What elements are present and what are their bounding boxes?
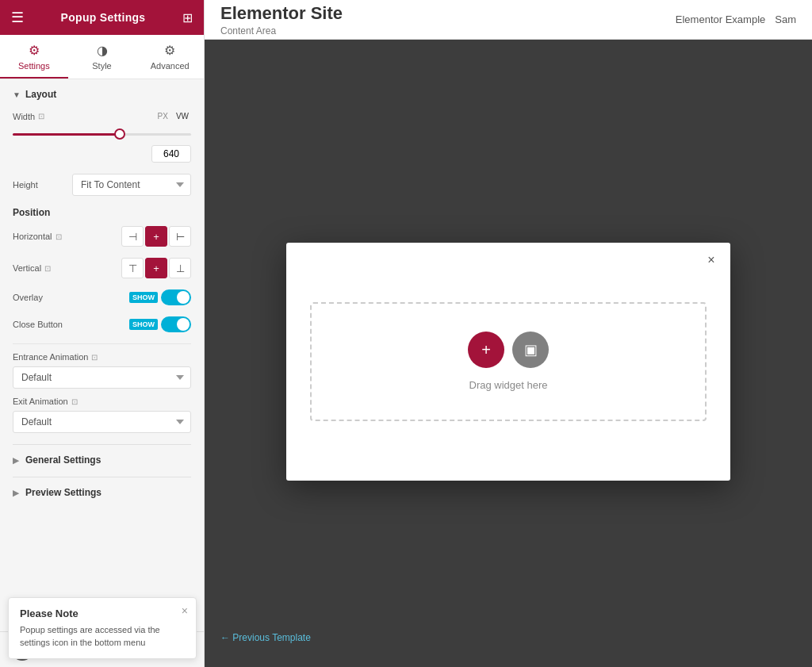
- horizontal-center-btn[interactable]: +: [145, 226, 167, 247]
- vertical-position-group: ⊤ + ⊥: [121, 258, 191, 278]
- height-select[interactable]: Fit To Content Fixed Min Height: [72, 174, 191, 196]
- general-settings-arrow-icon: ▶: [13, 456, 19, 465]
- close-button-toggle-wrap: SHOW: [129, 316, 191, 332]
- tooltip-close-button[interactable]: ×: [182, 604, 188, 617]
- unit-px-btn[interactable]: PX: [155, 111, 170, 121]
- drag-text: Drag widget here: [469, 379, 548, 391]
- settings-tab-icon: ⚙: [29, 43, 40, 58]
- sidebar-header: ☰ Popup Settings ⊞: [0, 0, 204, 35]
- close-button-toggle-knob: [177, 318, 190, 331]
- exit-animation-section: Exit Animation ⊡ Default Fade Slide Zoom: [13, 397, 191, 433]
- main-area: Elementor Site Content Area Elementor Ex…: [205, 0, 812, 667]
- general-settings-header[interactable]: ▶ General Settings: [13, 454, 191, 469]
- preview-settings-section: ▶ Preview Settings: [13, 477, 191, 501]
- position-heading: Position Horizontal ⊡ ⊣ + ⊢ Vertical ⊡: [13, 207, 191, 278]
- sidebar: ☰ Popup Settings ⊞ ⚙ Settings ◑ Style ⚙ …: [0, 0, 205, 667]
- close-button-show-label: SHOW: [129, 319, 158, 330]
- position-label: Position: [13, 207, 191, 218]
- overlay-row: Overlay SHOW: [13, 289, 191, 305]
- overlay-toggle-knob: [177, 291, 190, 304]
- sidebar-content: ▼ Layout Width ⊡ PX VW: [0, 79, 204, 631]
- vertical-label: Vertical ⊡: [13, 263, 51, 273]
- style-tab-icon: ◑: [97, 43, 108, 58]
- overlay-toggle[interactable]: [161, 289, 191, 305]
- popup-close-button[interactable]: ×: [702, 251, 721, 270]
- overlay-toggle-wrap: SHOW: [129, 289, 191, 305]
- horizontal-right-btn[interactable]: ⊢: [169, 226, 191, 247]
- canvas-area: × + ▣ Drag widget here ← Previous Templa…: [205, 40, 812, 667]
- entrance-animation-select[interactable]: Default Fade Slide Zoom: [13, 366, 191, 389]
- horizontal-row: Horizontal ⊡ ⊣ + ⊢: [13, 226, 191, 247]
- exit-animation-select[interactable]: Default Fade Slide Zoom: [13, 411, 191, 433]
- layout-section-heading[interactable]: ▼ Layout: [13, 89, 191, 100]
- style-tab-label: Style: [92, 61, 111, 71]
- layout-chevron-icon: ▼: [13, 90, 21, 99]
- tooltip-note-title: Please Note: [20, 608, 185, 619]
- topbar-link-2[interactable]: Sam: [775, 13, 796, 25]
- horizontal-label: Horizontal ⊡: [13, 232, 62, 241]
- topbar-right: Elementor Example Sam: [676, 13, 796, 25]
- slider-fill: [13, 133, 120, 136]
- vertical-top-btn[interactable]: ⊤: [121, 258, 144, 278]
- popup-content-area: + ▣ Drag widget here: [286, 243, 730, 481]
- close-button-toggle[interactable]: [161, 316, 191, 332]
- horizontal-info-icon: ⊡: [56, 232, 62, 241]
- entrance-animation-section: Entrance Animation ⊡ Default Fade Slide …: [13, 352, 191, 389]
- width-section: Width ⊡ PX VW: [13, 111, 191, 163]
- tab-style[interactable]: ◑ Style: [68, 35, 136, 79]
- preview-settings-header[interactable]: ▶ Preview Settings: [13, 487, 191, 501]
- horizontal-left-btn[interactable]: ⊣: [121, 226, 144, 247]
- hamburger-icon[interactable]: ☰: [11, 9, 24, 26]
- popup-preview: × + ▣ Drag widget here: [286, 243, 730, 481]
- exit-animation-info-icon: ⊡: [71, 397, 78, 406]
- vertical-info-icon: ⊡: [44, 264, 51, 273]
- tooltip-note-text: Popup settings are accessed via the sett…: [20, 624, 185, 649]
- width-input[interactable]: [151, 145, 191, 163]
- grid-icon[interactable]: ⊞: [182, 10, 193, 25]
- add-widget-button[interactable]: +: [468, 332, 504, 368]
- unit-vw-btn[interactable]: VW: [174, 111, 191, 121]
- vertical-middle-btn[interactable]: +: [145, 258, 167, 278]
- advanced-tab-icon: ⚙: [164, 43, 175, 58]
- topbar-left-inner: Elementor Site Content Area: [220, 3, 343, 36]
- overlay-show-label: SHOW: [129, 292, 158, 303]
- vertical-bottom-btn[interactable]: ⊥: [169, 258, 191, 278]
- unit-switcher: PX VW: [155, 111, 191, 121]
- slider-thumb[interactable]: [114, 128, 125, 140]
- preview-settings-label: Preview Settings: [25, 487, 102, 498]
- exit-animation-label: Exit Animation ⊡: [13, 397, 191, 406]
- general-settings-label: General Settings: [25, 454, 101, 466]
- drag-zone: + ▣ Drag widget here: [310, 302, 707, 421]
- prev-template-link[interactable]: ← Previous Template: [205, 632, 311, 643]
- height-label: Height: [13, 180, 38, 190]
- overlay-label: Overlay: [13, 293, 43, 302]
- tab-advanced[interactable]: ⚙ Advanced: [136, 35, 204, 79]
- add-template-button[interactable]: ▣: [512, 332, 549, 368]
- layout-label: Layout: [25, 89, 56, 100]
- width-info-icon: ⊡: [38, 112, 44, 121]
- close-button-label: Close Button: [13, 320, 63, 329]
- entrance-animation-info-icon: ⊡: [91, 353, 98, 362]
- close-button-row: Close Button SHOW: [13, 316, 191, 332]
- drag-buttons: + ▣: [468, 332, 549, 368]
- divider-1: [13, 343, 191, 344]
- horizontal-position-group: ⊣ + ⊢: [121, 226, 191, 247]
- width-slider[interactable]: [13, 126, 191, 142]
- topbar-link-1[interactable]: Elementor Example: [676, 13, 765, 25]
- slider-track: [13, 133, 191, 136]
- widget-icon: ▣: [524, 341, 538, 358]
- content-area-label: Content Area: [220, 25, 343, 36]
- topbar: Elementor Site Content Area Elementor Ex…: [205, 0, 812, 40]
- tab-settings[interactable]: ⚙ Settings: [0, 35, 68, 79]
- preview-settings-arrow-icon: ▶: [13, 489, 19, 497]
- width-label: Width ⊡: [13, 112, 44, 121]
- advanced-tab-label: Advanced: [151, 61, 190, 71]
- sidebar-tabs: ⚙ Settings ◑ Style ⚙ Advanced: [0, 35, 204, 79]
- vertical-row: Vertical ⊡ ⊤ + ⊥: [13, 258, 191, 278]
- settings-tab-label: Settings: [18, 61, 50, 71]
- tooltip-note: × Please Note Popup settings are accesse…: [8, 597, 197, 659]
- site-title: Elementor Site: [220, 3, 343, 24]
- entrance-animation-label: Entrance Animation ⊡: [13, 352, 191, 362]
- sidebar-title: Popup Settings: [61, 11, 146, 24]
- topbar-left: Elementor Site Content Area: [220, 3, 343, 36]
